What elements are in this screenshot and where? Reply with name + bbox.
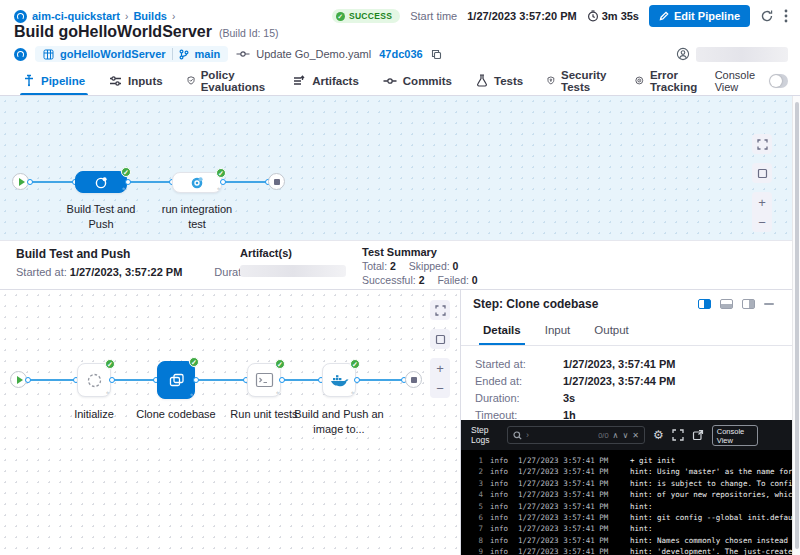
success-check-icon: ✓ — [189, 357, 199, 367]
log-fullscreen-button[interactable] — [672, 429, 684, 441]
step-label[interactable]: Initialize — [54, 407, 134, 422]
expand-icon — [757, 139, 768, 150]
field-label: Started at: — [475, 356, 563, 373]
step-panel-header: Step: Clone codebase — [461, 290, 800, 318]
tab-output[interactable]: Output — [584, 318, 639, 345]
log-lines[interactable]: 1info1/27/2023 3:57:41 PM+ git init 2inf… — [461, 450, 800, 555]
split-view-icon[interactable] — [698, 299, 711, 309]
search-icon — [513, 431, 522, 440]
more-options-button[interactable] — [784, 9, 788, 23]
search-next-icon[interactable]: ∨ — [622, 431, 628, 440]
tab-policy-evaluations[interactable]: Policy Evaluations — [176, 66, 281, 95]
stage-label[interactable]: Build Test and Push — [56, 202, 146, 232]
tab-artifacts[interactable]: Artifacts — [282, 66, 370, 95]
tab-input[interactable]: Input — [535, 318, 581, 345]
open-in-new-button[interactable] — [692, 429, 704, 441]
commit-icon — [236, 50, 250, 58]
log-settings-button[interactable]: ⚙ — [653, 429, 664, 441]
build-id: (Build Id: 15) — [219, 27, 279, 39]
field-label: Ended at: — [475, 373, 563, 390]
step-node-run-unit-tests[interactable]: ✓ ‹› — [247, 363, 281, 397]
stage-node-run-integration-test[interactable]: ✓ ‹› — [172, 172, 222, 193]
started-at-value: 1/27/2023, 3:57:22 PM — [70, 266, 183, 278]
play-icon — [17, 376, 23, 384]
clone-codebase-icon — [167, 371, 186, 390]
stage-connector — [223, 181, 268, 183]
docker-icon — [330, 373, 349, 388]
console-view-toggle[interactable] — [769, 74, 788, 88]
zoom-out-button[interactable]: − — [752, 212, 772, 232]
fullscreen-button[interactable] — [752, 134, 772, 154]
repo-branch-chip[interactable]: goHelloWorldServer main — [35, 46, 228, 62]
chip-divider — [172, 48, 173, 60]
build-tabs: Pipeline Inputs Policy Evaluations Artif… — [0, 66, 800, 96]
pencil-icon — [659, 11, 669, 21]
scrollbar-thumb[interactable] — [795, 102, 799, 549]
stage-node-build-test-and-push[interactable]: ✓ ‹› — [75, 171, 127, 193]
zoom-in-button[interactable]: + — [430, 358, 450, 378]
fit-to-screen-button[interactable] — [430, 329, 450, 349]
tab-error-tracking[interactable]: Error Tracking — [624, 66, 712, 95]
fit-to-screen-button[interactable] — [752, 163, 772, 183]
clock-icon — [587, 10, 599, 22]
log-search-input[interactable]: › 0/0 ∧ ∨ ✕ — [507, 426, 645, 444]
expand-icon — [435, 305, 446, 316]
log-line: 3info1/27/2023 3:57:41 PMhint: is subjec… — [471, 478, 800, 489]
fullscreen-button[interactable] — [430, 300, 450, 320]
step-node-build-and-push[interactable]: ✓ ‹› — [322, 363, 356, 397]
tab-tests[interactable]: Tests — [465, 66, 534, 95]
console-title: Step Logs — [471, 425, 499, 445]
zoom-controls: + − — [430, 358, 450, 398]
breadcrumb-project[interactable]: aim-ci-quickstart — [32, 10, 120, 22]
zoom-out-button[interactable]: − — [430, 378, 450, 398]
stage-end-node — [405, 371, 422, 388]
pipeline-end-node — [268, 173, 285, 190]
commit-hash[interactable]: 47dc036 — [379, 48, 422, 60]
step-label[interactable]: Build and Push an image to... — [289, 407, 389, 437]
minimize-icon[interactable] — [764, 303, 774, 305]
step-label[interactable]: Clone codebase — [126, 407, 226, 422]
external-link-icon — [692, 429, 704, 441]
refresh-button[interactable] — [760, 9, 774, 23]
failed-label: Failed: — [437, 274, 469, 286]
stage-details-title: Build Test and Push — [16, 247, 130, 261]
right-panel-icon[interactable] — [742, 299, 755, 309]
tab-pipeline[interactable]: Pipeline — [12, 66, 96, 95]
started-at-label: Started at: — [16, 266, 67, 278]
step-connector — [196, 379, 246, 381]
console-view-button[interactable]: Console View — [712, 425, 758, 446]
stage-graph-canvas[interactable]: ✓ ‹› ✓ ‹› Build Test and Push run integr… — [0, 96, 800, 240]
tab-commits[interactable]: Commits — [372, 66, 463, 95]
log-line: 8info1/27/2023 3:57:41 PMhint: Names com… — [471, 535, 800, 546]
triggered-by — [676, 47, 788, 62]
stop-icon — [411, 377, 417, 383]
search-prev-icon[interactable]: ∧ — [613, 431, 619, 440]
breadcrumb-separator-icon: › — [125, 11, 128, 22]
success-check-icon: ✓ — [105, 359, 115, 369]
search-clear-icon[interactable]: ✕ — [632, 431, 639, 440]
tab-inputs[interactable]: Inputs — [98, 66, 174, 95]
page-scrollbar[interactable] — [792, 96, 800, 555]
step-node-clone-codebase[interactable]: ✓ ‹› — [157, 361, 195, 399]
tab-details[interactable]: Details — [473, 318, 531, 345]
step-node-initialize[interactable]: ✓ ‹› — [77, 363, 111, 397]
console-view-label: Console View — [715, 69, 763, 93]
stage-label[interactable]: run integration test — [152, 202, 242, 232]
search-caret: › — [526, 430, 529, 440]
step-graph-canvas[interactable]: ✓ ‹› ✓ ‹› ✓ ‹› ✓ ‹› Ini — [0, 290, 460, 555]
commit-message[interactable]: Update Go_Demo.yaml — [256, 48, 371, 60]
copy-icon[interactable] — [431, 49, 442, 60]
repo-name: goHelloWorldServer — [60, 48, 166, 60]
total-label: Total: — [362, 260, 387, 272]
zoom-in-button[interactable]: + — [752, 192, 772, 212]
breadcrumb-builds[interactable]: Builds — [133, 10, 167, 22]
step-logs-console: Step Logs › 0/0 ∧ ∨ ✕ ⚙ Console View — [461, 420, 800, 555]
fullscreen-icon — [672, 429, 684, 441]
field-value: 1/27/2023, 3:57:44 PM — [563, 373, 676, 390]
ci-icon — [14, 48, 27, 61]
tab-security-tests[interactable]: Security Tests — [536, 66, 622, 95]
bottom-panel-icon[interactable] — [720, 299, 733, 309]
successful-value: 2 — [419, 274, 425, 286]
edit-pipeline-button[interactable]: Edit Pipeline — [649, 5, 750, 27]
artifacts-tab-icon — [293, 75, 306, 87]
